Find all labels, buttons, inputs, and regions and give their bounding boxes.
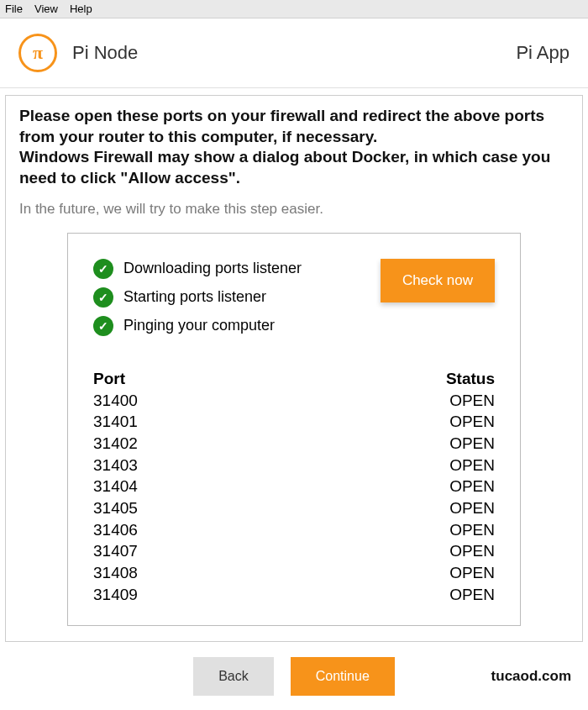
table-row: 31404OPEN — [93, 476, 495, 497]
status-cell: OPEN — [449, 390, 495, 412]
checks-row: ✓ Downloading ports listener ✓ Starting … — [93, 259, 495, 336]
titlebar: π Pi Node Pi App — [0, 18, 588, 88]
port-header-status: Status — [446, 370, 495, 388]
status-cell: OPEN — [449, 433, 495, 455]
menu-file[interactable]: File — [5, 3, 23, 15]
status-cell: OPEN — [449, 497, 495, 519]
status-cell: OPEN — [449, 455, 495, 476]
status-cell: OPEN — [449, 476, 495, 497]
pi-logo-icon: π — [18, 34, 57, 72]
port-cell: 31405 — [93, 497, 138, 519]
port-table: Port Status 31400OPEN 31401OPEN 31402OPE… — [93, 370, 495, 605]
port-cell: 31401 — [93, 411, 138, 433]
table-row: 31405OPEN — [93, 497, 495, 519]
table-row: 31406OPEN — [93, 519, 495, 541]
port-cell: 31407 — [93, 540, 138, 562]
status-panel: ✓ Downloading ports listener ✓ Starting … — [67, 233, 521, 626]
checkmark-icon: ✓ — [93, 287, 113, 308]
status-cell: OPEN — [449, 562, 495, 584]
instruction-line-1: Please open these ports on your firewall… — [19, 107, 544, 145]
table-row: 31407OPEN — [93, 540, 495, 562]
port-cell: 31406 — [93, 519, 138, 541]
check-item: ✓ Downloading ports listener — [93, 259, 302, 279]
watermark: tucaod.com — [491, 668, 571, 685]
port-cell: 31402 — [93, 433, 138, 455]
table-row: 31402OPEN — [93, 433, 495, 455]
menubar: File View Help — [0, 0, 588, 18]
status-cell: OPEN — [449, 519, 495, 541]
subnote: In the future, we will try to make this … — [19, 201, 569, 218]
check-label: Pinging your computer — [123, 317, 275, 334]
app-name: Pi Node — [72, 42, 138, 64]
status-cell: OPEN — [449, 584, 495, 606]
table-row: 31400OPEN — [93, 390, 495, 412]
port-cell: 31409 — [93, 584, 138, 606]
check-label: Downloading ports listener — [123, 260, 302, 277]
footer: Back Continue tucaod.com — [0, 642, 588, 696]
table-row: 31409OPEN — [93, 584, 495, 606]
instructions: Please open these ports on your firewall… — [19, 106, 569, 189]
port-header-port: Port — [93, 370, 125, 388]
check-item: ✓ Starting ports listener — [93, 287, 302, 308]
check-label: Starting ports listener — [123, 288, 266, 306]
port-cell: 31403 — [93, 455, 138, 476]
check-now-button[interactable]: Check now — [381, 259, 495, 302]
port-cell: 31404 — [93, 476, 138, 497]
table-row: 31401OPEN — [93, 411, 495, 433]
titlebar-left: π Pi Node — [18, 34, 138, 72]
menu-help[interactable]: Help — [70, 3, 92, 15]
instruction-line-2: Windows Firewall may show a dialog about… — [19, 148, 550, 187]
check-item: ✓ Pinging your computer — [93, 316, 302, 336]
port-cell: 31400 — [93, 390, 138, 412]
continue-button[interactable]: Continue — [291, 657, 395, 696]
port-table-header: Port Status — [93, 370, 495, 388]
port-cell: 31408 — [93, 562, 138, 584]
content-frame: Please open these ports on your firewall… — [5, 95, 583, 642]
checks-list: ✓ Downloading ports listener ✓ Starting … — [93, 259, 302, 336]
status-cell: OPEN — [449, 540, 495, 562]
checkmark-icon: ✓ — [93, 316, 113, 336]
table-row: 31408OPEN — [93, 562, 495, 584]
menu-view[interactable]: View — [34, 3, 58, 15]
app-label: Pi App — [516, 42, 570, 64]
status-cell: OPEN — [449, 411, 495, 433]
table-row: 31403OPEN — [93, 455, 495, 476]
back-button[interactable]: Back — [193, 657, 274, 696]
checkmark-icon: ✓ — [93, 259, 113, 279]
